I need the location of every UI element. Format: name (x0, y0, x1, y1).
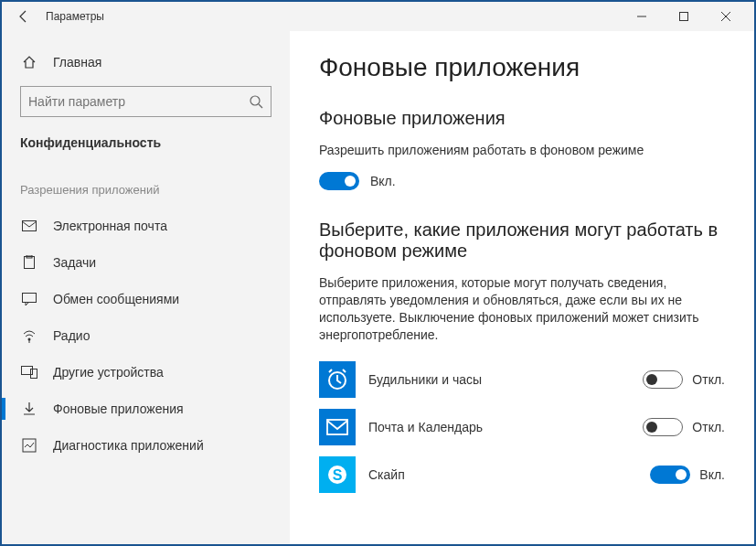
sidebar-item-tasks[interactable]: Задачи (2, 244, 290, 281)
sidebar-item-label: Электронная почта (53, 219, 167, 233)
arrow-left-icon (17, 10, 30, 23)
app-name: Почта и Календарь (368, 420, 643, 434)
download-icon (20, 400, 38, 418)
diagnostics-icon (20, 436, 38, 455)
close-icon (721, 12, 730, 21)
app-toggle-mail[interactable] (643, 418, 683, 436)
sidebar: Главная Конфиденциальность Разрешения пр… (2, 31, 290, 544)
search-box[interactable] (20, 86, 272, 117)
app-row-mail: Почта и Календарь Откл. (319, 403, 725, 451)
home-label: Главная (53, 55, 101, 70)
sidebar-item-label: Диагностика приложений (53, 438, 204, 453)
sidebar-item-email[interactable]: Электронная почта (2, 208, 290, 244)
app-name: Будильники и часы (368, 372, 643, 387)
section2-title: Выберите, какие приложения могут работат… (319, 219, 725, 262)
app-toggle-alarms[interactable] (643, 370, 683, 389)
master-toggle-label: Вкл. (370, 174, 396, 188)
minimize-icon (637, 12, 646, 21)
maximize-button[interactable] (663, 2, 705, 31)
sidebar-item-label: Радио (53, 328, 90, 343)
app-toggle-label: Вкл. (699, 467, 725, 482)
app-toggle-label: Откл. (692, 420, 725, 434)
sidebar-item-messaging[interactable]: Обмен сообщениями (2, 281, 290, 317)
svg-point-2 (250, 96, 260, 105)
svg-line-3 (259, 104, 262, 108)
svg-text:S: S (333, 467, 343, 483)
app-toggle-label: Откл. (692, 372, 725, 387)
back-button[interactable] (9, 2, 38, 31)
sidebar-item-label: Обмен сообщениями (53, 292, 179, 306)
svg-rect-11 (31, 369, 37, 379)
app-icon-alarms (319, 361, 356, 398)
svg-rect-4 (23, 221, 37, 231)
sidebar-item-background-apps[interactable]: Фоновые приложения (2, 391, 290, 427)
window-title: Параметры (38, 10, 104, 23)
section1-desc: Разрешить приложениям работать в фоновом… (319, 142, 725, 159)
sidebar-item-radio[interactable]: Радио (2, 317, 290, 354)
radio-icon (20, 327, 38, 345)
sidebar-item-label: Задачи (53, 255, 96, 270)
app-toggle-skype[interactable] (650, 466, 690, 484)
home-link[interactable]: Главная (2, 46, 290, 86)
home-icon (20, 53, 38, 71)
close-button[interactable] (705, 2, 747, 31)
svg-rect-14 (327, 420, 347, 434)
app-icon-mail (319, 409, 356, 445)
search-input[interactable] (28, 94, 249, 109)
chat-icon (20, 290, 38, 308)
minimize-button[interactable] (621, 2, 663, 31)
devices-icon (20, 363, 38, 381)
sidebar-item-label: Фоновые приложения (53, 401, 184, 416)
section1-title: Фоновые приложения (319, 108, 725, 129)
app-name: Скайп (368, 467, 650, 482)
svg-rect-1 (680, 13, 688, 21)
mail-icon (20, 217, 38, 235)
app-row-skype: S Скайп Вкл. (319, 451, 725, 498)
sidebar-item-diagnostics[interactable]: Диагностика приложений (2, 427, 290, 464)
search-icon (249, 94, 263, 109)
section2-desc: Выберите приложения, которые могут получ… (319, 274, 725, 344)
page-title: Фоновые приложения (319, 53, 725, 82)
main-panel: Фоновые приложения Фоновые приложения Ра… (290, 31, 754, 544)
svg-rect-7 (23, 294, 37, 303)
maximize-icon (679, 12, 688, 21)
tasks-icon (20, 253, 38, 272)
sidebar-item-label: Другие устройства (53, 365, 164, 380)
app-icon-skype: S (319, 456, 356, 493)
sidebar-item-other-devices[interactable]: Другие устройства (2, 354, 290, 391)
svg-rect-12 (23, 439, 36, 452)
app-row-alarms: Будильники и часы Откл. (319, 356, 725, 403)
section-title: Конфиденциальность (2, 135, 290, 168)
master-toggle[interactable] (319, 172, 359, 190)
group-label: Разрешения приложений (2, 168, 290, 208)
